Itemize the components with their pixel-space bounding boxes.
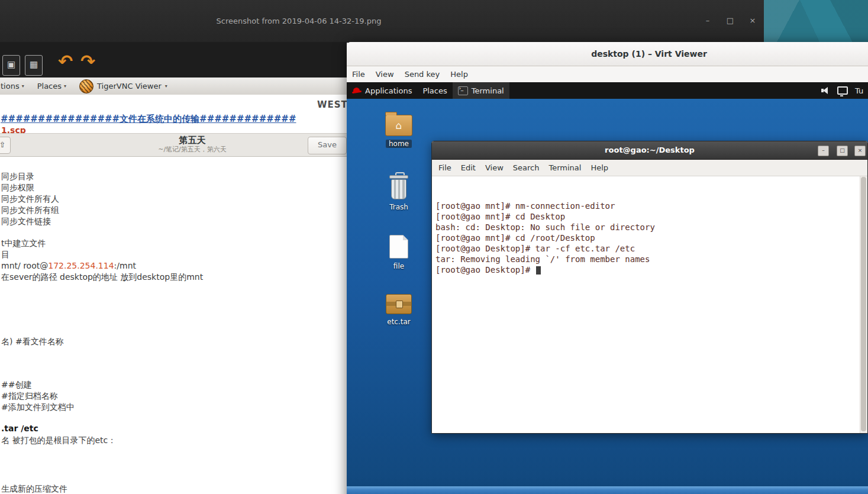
desktop-icon-home[interactable]: ⌂ home (380, 115, 418, 148)
menu-item-view[interactable]: View (370, 70, 399, 79)
terminal-line: [root@gao mnt]# cd Desktop (435, 211, 859, 222)
desktop-icon-label: Trash (389, 203, 408, 211)
doc-line: 名) #看文件名称 (1, 336, 64, 347)
terminal-menu-item-help[interactable]: Help (586, 163, 613, 172)
terminal-menu-item-search[interactable]: Search (508, 163, 544, 172)
guest-menu-terminal[interactable]: Terminal (453, 82, 509, 99)
doc-line: 目 (1, 249, 9, 260)
close-button[interactable]: × (745, 13, 760, 28)
terminal-icon (458, 86, 468, 95)
doc-line: 同步权限 (1, 182, 34, 193)
guest-places-label: Places (422, 86, 447, 95)
guest-panel-status-area: Tu (821, 82, 863, 99)
terminal-window: root@gao:~/Desktop – □ × FileEditViewSea… (431, 141, 868, 434)
text-editor-window[interactable]: WESTO ################文件在系统中的传输#########… (0, 95, 347, 494)
doc-line: 生成新的压缩文件 (1, 483, 67, 494)
desktop-icon-label: file (393, 262, 404, 270)
redo-button[interactable]: ↷ (80, 51, 95, 72)
volume-icon[interactable] (821, 87, 830, 94)
menu-item-send-key[interactable]: Send key (399, 70, 446, 79)
desktop-icon-trash[interactable]: Trash (380, 172, 418, 211)
trash-body (391, 179, 406, 199)
guest-top-panel: Applications Places Terminal Tu (347, 82, 868, 99)
doc-line: 同步目录 (1, 171, 34, 182)
terminal-line: [root@gao Desktop]# tar -cf etc.tar /etc (435, 243, 859, 254)
chevron-down-icon: ▾ (64, 83, 66, 89)
desktop-icon-label: etc.tar (387, 318, 411, 326)
desktop-icon-label: home (386, 140, 412, 148)
save-button[interactable]: Save (308, 137, 347, 154)
document-path: ~/笔记/第五天，第六天 (158, 146, 227, 153)
guest-menu-places[interactable]: Places (417, 82, 452, 99)
doc-line: 同步文件链接 (1, 216, 51, 227)
trash-lid (389, 175, 408, 179)
terminal-menubar: FileEditViewSearchTerminalHelp (432, 160, 867, 176)
window-title: Screenshot from 2019-04-06 14-32-19.png (213, 0, 385, 42)
keyboard-button[interactable]: ▦ (25, 55, 43, 76)
screen: Screenshot from 2019-04-06 14-32-19.png … (0, 0, 868, 494)
doc-line: 名 被打包的是根目录下的etc： (1, 435, 116, 446)
terminal-maximize-button[interactable]: □ (837, 146, 848, 156)
doc-line: t中建立文件 (1, 238, 46, 249)
terminal-output: [root@gao mnt]# nm-connection-editor[roo… (435, 201, 859, 275)
desktop-wallpaper (764, 0, 868, 42)
terminal-cursor (536, 266, 541, 275)
minimize-button[interactable]: – (700, 13, 715, 28)
terminal-titlebar[interactable]: root@gao:~/Desktop – □ × (432, 141, 867, 160)
document-title: 第五天 (158, 135, 227, 146)
places-label: Places (37, 82, 62, 91)
applications-label: tions (1, 82, 20, 91)
menu-places[interactable]: Places ▾ (37, 82, 66, 91)
open-button[interactable]: ⇧ (0, 137, 11, 154)
vnc-toolbar: ▣ ▦ ↶ ↷ (0, 42, 347, 78)
chevron-down-icon: ▾ (165, 83, 167, 89)
tigervnc-menu[interactable]: TigerVNC Viewer ▾ (79, 79, 167, 93)
home-folder-icon: ⌂ (385, 115, 412, 136)
terminal-menu-item-terminal[interactable]: Terminal (544, 163, 586, 172)
ip-address: 172.25.254.114 (48, 261, 114, 270)
archive-icon (386, 294, 412, 314)
terminal-line: bash: cd: Desktop: No such file or direc… (435, 222, 859, 233)
doc-line: mnt/ root@172.25.254.114:/mnt (1, 260, 136, 272)
doc-line: 在sever的路径 desktop的地址 放到desktop里的mnt (1, 272, 203, 283)
undo-button[interactable]: ↶ (58, 51, 73, 72)
doc-line: #添加文件到文档中 (1, 402, 75, 413)
westos-watermark: WESTO (317, 99, 347, 110)
virt-viewer-titlebar[interactable]: desktop (1) – Virt Viewer (347, 42, 868, 66)
scp-suffix: :/mnt (114, 261, 136, 270)
doc-line: 同步文件所有人 (1, 193, 59, 205)
terminal-menu-item-edit[interactable]: Edit (456, 163, 480, 172)
menu-item-help[interactable]: Help (445, 70, 473, 79)
menu-item-file[interactable]: File (347, 70, 370, 79)
doc-line: 同步文件所有组 (1, 205, 59, 216)
monitor-button[interactable]: ▣ (2, 55, 20, 76)
terminal-line: [root@gao Desktop]# (435, 264, 859, 275)
clock-label[interactable]: Tu (855, 86, 863, 95)
house-icon: ⌂ (396, 121, 402, 131)
chevron-down-icon: ▾ (22, 83, 24, 89)
doc-line: ##创建 (1, 379, 31, 390)
terminal-body[interactable]: [root@gao mnt]# nm-connection-editor[roo… (432, 176, 867, 434)
doc-line: .tar /etc (1, 423, 38, 434)
terminal-menu-item-file[interactable]: File (434, 163, 456, 172)
terminal-menu-item-view[interactable]: View (480, 163, 508, 172)
doc-line: #指定归档名称 (1, 390, 58, 402)
scrollbar-thumb[interactable] (861, 177, 866, 431)
guest-terminal-label: Terminal (472, 86, 504, 95)
editor-header-bar: ⇧ 第五天 ~/笔记/第五天，第六天 Save (0, 133, 347, 157)
scp-prefix: mnt/ root@ (1, 261, 48, 270)
desktop-icon-file[interactable]: file (380, 235, 418, 270)
maximize-button[interactable]: □ (722, 13, 738, 28)
terminal-minimize-button[interactable]: – (818, 146, 829, 156)
menu-applications[interactable]: tions ▾ (1, 82, 24, 91)
desktop-icon-etc-tar[interactable]: etc.tar (380, 294, 418, 326)
virt-viewer-title: desktop (1) – Virt Viewer (347, 42, 868, 66)
terminal-line: [root@gao mnt]# cd /root/Desktop (435, 233, 859, 243)
guest-menu-applications[interactable]: Applications (347, 82, 417, 99)
terminal-line: [root@gao mnt]# nm-connection-editor (435, 201, 859, 211)
network-icon[interactable] (837, 86, 848, 95)
terminal-close-button[interactable]: × (854, 146, 866, 156)
terminal-title: root@gao:~/Desktop (432, 141, 867, 159)
tigervnc-label: TigerVNC Viewer (97, 82, 162, 91)
terminal-scrollbar[interactable] (860, 176, 867, 433)
